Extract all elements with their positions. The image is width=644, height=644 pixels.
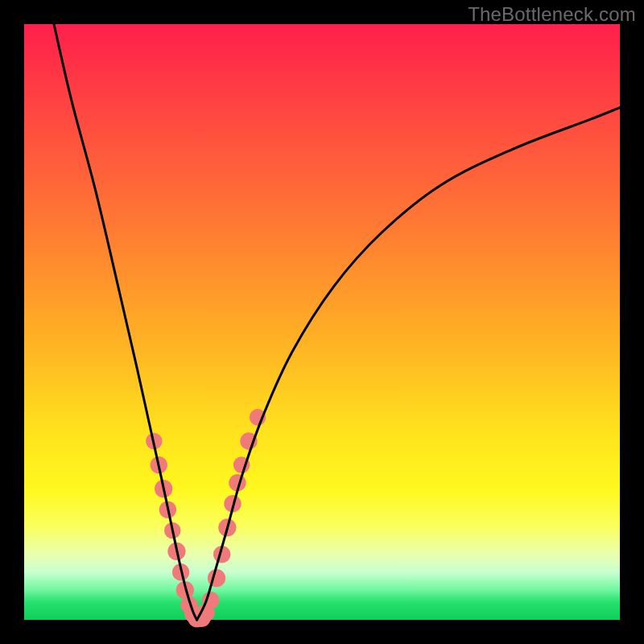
plot-area bbox=[24, 24, 620, 620]
curve-right-branch bbox=[197, 108, 620, 620]
scatter-layer bbox=[146, 409, 266, 627]
chart-svg bbox=[24, 24, 620, 620]
chart-frame: TheBottleneck.com bbox=[0, 0, 644, 644]
watermark-text: TheBottleneck.com bbox=[468, 3, 636, 26]
